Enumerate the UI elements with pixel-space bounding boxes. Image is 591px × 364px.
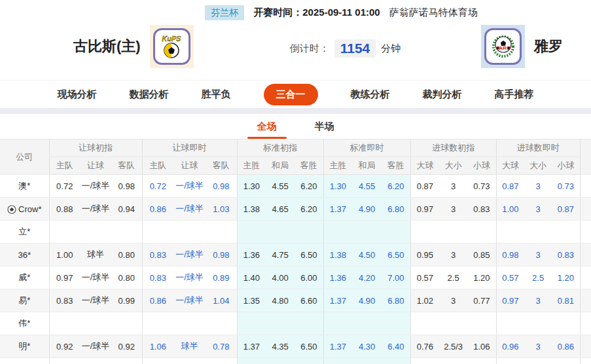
odds-live-cell[interactable]: 0.86 xyxy=(142,198,173,221)
odds-live-cell[interactable]: 4.90 xyxy=(352,289,382,312)
odds-live-cell[interactable]: 0.87 xyxy=(552,198,580,221)
odds-live-cell[interactable]: 球半 xyxy=(173,335,206,358)
odds-live-cell[interactable]: 3 xyxy=(524,289,552,312)
odds-live-cell xyxy=(173,358,206,364)
odds-live-cell[interactable]: 0.98 xyxy=(206,175,237,198)
odds-initial-cell: 4.35 xyxy=(266,335,295,358)
svg-text:JARO: JARO xyxy=(495,45,510,51)
odds-live-cell[interactable]: 3 xyxy=(524,244,552,266)
odds-live-cell[interactable]: 0.89 xyxy=(206,266,237,289)
company-name-cell[interactable]: 澳* xyxy=(0,175,49,198)
company-name-cell[interactable]: 伟* xyxy=(0,312,49,335)
odds-initial-cell xyxy=(111,312,142,335)
tab-three-in-one[interactable]: 三合一 xyxy=(264,84,318,105)
company-name-cell[interactable]: 36* xyxy=(0,244,49,266)
sub-header: 让球 xyxy=(173,157,206,175)
company-name-cell[interactable]: 明* xyxy=(0,335,49,358)
odds-table-row: 澳*0.72一/球半0.980.72一/球半0.981.304.556.201.… xyxy=(0,175,591,198)
odds-initial-cell: 6.00 xyxy=(295,266,323,289)
odds-live-cell[interactable]: 6.80 xyxy=(382,198,410,221)
odds-live-cell[interactable]: 0.81 xyxy=(552,289,580,312)
odds-live-cell[interactable]: 7.00 xyxy=(382,266,410,289)
odds-initial-cell: 4.00 xyxy=(266,266,295,289)
company-name-cell[interactable]: 立* xyxy=(0,221,49,244)
company-name-cell[interactable]: 易* xyxy=(0,289,49,312)
odds-live-cell[interactable]: 一/球半 xyxy=(173,175,206,198)
odds-live-cell[interactable]: 一/球半 xyxy=(173,244,206,266)
odds-live-cell[interactable]: 0.86 xyxy=(142,289,173,312)
odds-live-cell[interactable]: 0.83 xyxy=(142,266,173,289)
odds-live-cell[interactable]: 0.78 xyxy=(206,335,237,358)
odds-initial-cell xyxy=(266,221,295,244)
tab-data-analysis[interactable]: 数据分析 xyxy=(130,88,169,101)
odds-live-cell[interactable]: 0.83 xyxy=(142,244,173,266)
odds-live-cell[interactable]: 1.37 xyxy=(323,289,352,312)
odds-live-cell[interactable]: 1.37 xyxy=(323,198,352,221)
odds-live-cell[interactable]: 1.38 xyxy=(323,244,352,266)
odds-live-cell[interactable]: 一/球半 xyxy=(173,198,206,221)
odds-initial-cell: 0.87 xyxy=(410,175,439,198)
odds-live-cell[interactable]: 0.96 xyxy=(496,335,524,358)
company-name-cell[interactable]: 威* xyxy=(0,266,49,289)
tab-expert-recommend[interactable]: 高手推荐 xyxy=(495,88,534,101)
odds-initial-cell xyxy=(237,312,266,335)
odds-initial-cell: 0.97 xyxy=(410,198,439,221)
odds-live-cell[interactable]: 1.06 xyxy=(142,335,173,358)
odds-initial-cell xyxy=(80,358,111,364)
odds-live-cell[interactable]: 一/球半 xyxy=(173,266,206,289)
tab-referee-analysis[interactable]: 裁判分析 xyxy=(423,88,462,101)
tab-live-analysis[interactable]: 现场分析 xyxy=(58,88,97,101)
odds-live-cell xyxy=(524,358,552,364)
odds-live-cell[interactable]: 1.03 xyxy=(206,198,237,221)
odds-live-cell[interactable]: 0.98 xyxy=(206,244,237,266)
odds-live-cell[interactable]: 0.86 xyxy=(552,335,580,358)
odds-live-cell[interactable]: 4.30 xyxy=(352,335,382,358)
odds-initial-cell: 0.73 xyxy=(467,175,496,198)
odds-live-cell[interactable]: 0.73 xyxy=(552,175,580,198)
odds-live-cell[interactable]: 6.40 xyxy=(382,335,410,358)
odds-live-cell[interactable]: 一/球半 xyxy=(173,289,206,312)
odds-live-cell[interactable]: 4.90 xyxy=(352,198,382,221)
odds-live-cell[interactable]: 4.20 xyxy=(352,266,382,289)
home-team-logo: KuPS xyxy=(150,25,194,68)
odds-table-row: 威*0.97一/球半0.800.83一/球半0.891.404.006.001.… xyxy=(0,266,591,289)
odds-live-cell[interactable]: 4.55 xyxy=(352,175,382,198)
tab-full-match[interactable]: 全场 xyxy=(253,115,281,138)
odds-live-cell[interactable]: 0.87 xyxy=(496,175,524,198)
odds-live-cell[interactable]: 0.83 xyxy=(552,244,580,266)
odds-live-cell[interactable]: 1.37 xyxy=(323,335,352,358)
odds-live-cell[interactable]: 3 xyxy=(524,175,552,198)
tab-half-match[interactable]: 半场 xyxy=(311,115,338,138)
company-name-label: Crow* xyxy=(18,204,41,214)
company-name-cell[interactable]: Crow* xyxy=(0,198,49,221)
odds-live-cell[interactable]: 0.72 xyxy=(142,175,173,198)
tab-win-draw-lose[interactable]: 胜平负 xyxy=(202,88,231,101)
partial-cell xyxy=(580,266,591,289)
odds-live-cell[interactable]: 1.20 xyxy=(552,266,580,289)
odds-live-cell[interactable]: 0.98 xyxy=(496,244,524,266)
odds-table-row: 36*1.00球半0.800.83一/球半0.981.364.756.501.3… xyxy=(0,244,591,266)
odds-live-cell[interactable]: 1.00 xyxy=(496,198,524,221)
odds-initial-cell: 6.20 xyxy=(295,175,323,198)
odds-live-cell[interactable]: 1.04 xyxy=(206,289,237,312)
odds-initial-cell: 一/球半 xyxy=(80,175,111,198)
odds-initial-cell: 1.36 xyxy=(237,244,266,266)
odds-initial-cell xyxy=(80,312,111,335)
odds-live-cell[interactable]: 6.80 xyxy=(382,289,410,312)
odds-live-cell[interactable]: 2.5 xyxy=(524,266,552,289)
odds-live-cell[interactable]: 6.20 xyxy=(382,175,410,198)
odds-initial-cell: 球半 xyxy=(80,244,111,266)
odds-initial-cell: 6.60 xyxy=(295,289,323,312)
tab-coach-analysis[interactable]: 教练分析 xyxy=(351,88,390,101)
odds-initial-cell: 1.06 xyxy=(467,335,496,358)
odds-live-cell[interactable]: 1.36 xyxy=(323,266,352,289)
odds-live-cell[interactable]: 6.50 xyxy=(382,244,410,266)
odds-live-cell[interactable]: 0.57 xyxy=(496,266,524,289)
odds-initial-cell: 1.37 xyxy=(237,335,266,358)
odds-live-cell[interactable]: 1.30 xyxy=(323,175,352,198)
odds-live-cell[interactable]: 0.97 xyxy=(496,289,524,312)
odds-live-cell[interactable]: 3 xyxy=(524,198,552,221)
odds-initial-cell: 0.94 xyxy=(111,198,142,221)
odds-live-cell[interactable]: 4.50 xyxy=(352,244,382,266)
odds-live-cell[interactable]: 3 xyxy=(524,335,552,358)
